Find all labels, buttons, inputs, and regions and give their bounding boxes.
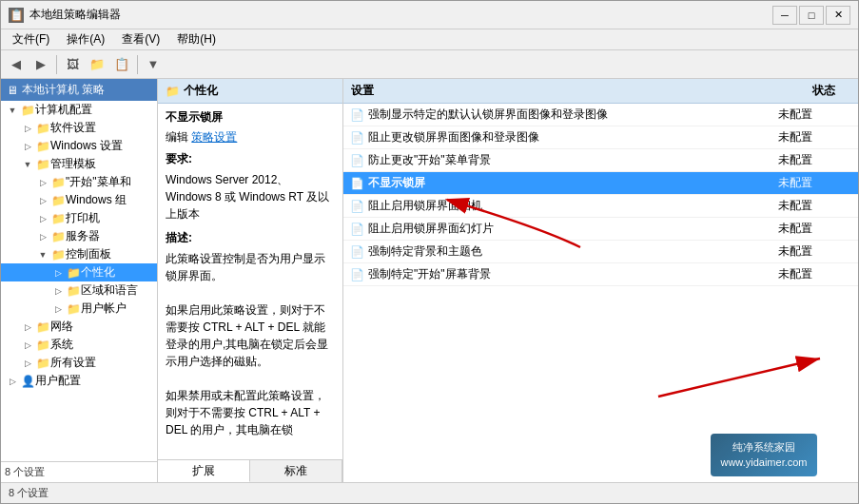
expand-icon-userprofile: ▷ xyxy=(5,377,20,386)
title-buttons: ─ □ ✕ xyxy=(772,6,850,25)
back-button[interactable]: ◀ xyxy=(5,53,28,76)
main-area: 🖥 本地计算机 策略 ▼ 📁 计算机配置 ▷ 📁 软件设置 ▷ 📁 xyxy=(1,79,858,482)
folder-icon-userprofile: 👤 xyxy=(20,375,35,388)
folder-icon-printer: 📁 xyxy=(50,212,66,225)
right-row-4[interactable]: 📄 阻止启用锁屏界面相机 未配置 xyxy=(343,195,858,218)
policy-link[interactable]: 策略设置 xyxy=(191,130,237,144)
folder-icon-region: 📁 xyxy=(66,284,81,298)
expand-icon-wincomp: ▷ xyxy=(35,196,50,205)
expand-icon-region: ▷ xyxy=(50,286,66,296)
expand-icon-control: ▼ xyxy=(35,250,50,260)
tree-label-users: 用户帐户 xyxy=(81,300,157,317)
row-text-6: 强制特定背景和主题色 xyxy=(366,243,778,260)
sync-button[interactable]: 📋 xyxy=(110,53,133,76)
row-status-1: 未配置 xyxy=(778,129,854,145)
row-icon-2: 📄 xyxy=(347,154,366,167)
row-status-5: 未配置 xyxy=(778,221,854,237)
minimize-button[interactable]: ─ xyxy=(772,6,797,25)
tree-item-network[interactable]: ▷ 📁 网络 xyxy=(1,318,157,336)
tree-item-printer[interactable]: ▷ 📁 打印机 xyxy=(1,209,157,227)
tree-item-system[interactable]: ▷ 📁 系统 xyxy=(1,336,157,354)
right-row-1[interactable]: 📄 阻止更改锁屏界面图像和登录图像 未配置 xyxy=(343,126,858,149)
right-row-0[interactable]: 📄 强制显示特定的默认认锁屏界面图像和登录图像 未配置 xyxy=(343,104,858,126)
tree-label-admin: 管理模板 xyxy=(50,156,157,172)
right-row-3[interactable]: 📄 不显示锁屏 未配置 xyxy=(343,172,858,195)
tree-label-userprofile: 用户配置 xyxy=(35,373,157,389)
row-text-3: 不显示锁屏 xyxy=(366,175,778,191)
toolbar: ◀ ▶ 🖼 📁 📋 ▼ xyxy=(1,50,858,79)
folder-icon-software: 📁 xyxy=(35,122,50,135)
right-row-2[interactable]: 📄 防止更改"开始"菜单背景 未配置 xyxy=(343,149,858,172)
describe-content: 此策略设置控制是否为用户显示锁屏界面。 如果启用此策略设置，则对于不需要按 CT… xyxy=(158,248,342,459)
expand-icon-server: ▷ xyxy=(35,232,50,242)
folder-icon-network: 📁 xyxy=(35,320,50,334)
watermark-line1: 纯净系统家园 xyxy=(720,439,807,456)
tree-item-userprofile[interactable]: ▷ 👤 用户配置 xyxy=(1,372,157,390)
expand-icon-users: ▷ xyxy=(50,304,66,314)
row-icon-4: 📄 xyxy=(347,200,366,213)
row-icon-5: 📄 xyxy=(347,223,366,236)
tree-item-control[interactable]: ▼ 📁 控制面板 xyxy=(1,245,157,263)
expand-icon-system: ▷ xyxy=(20,340,35,350)
expand-icon-start: ▷ xyxy=(35,178,50,187)
expand-icon-printer: ▷ xyxy=(35,214,50,223)
right-row-7[interactable]: 📄 强制特定"开始"屏幕背景 未配置 xyxy=(343,263,858,286)
sidebar-tree[interactable]: ▼ 📁 计算机配置 ▷ 📁 软件设置 ▷ 📁 Windows 设置 ▼ 📁 xyxy=(1,101,157,461)
show-hide-button[interactable]: 🖼 xyxy=(61,53,84,76)
folder-icon-system: 📁 xyxy=(35,339,50,352)
watermark-line2: www.yidaimer.com xyxy=(720,455,807,471)
tree-label-server: 服务器 xyxy=(66,228,157,244)
require-content: Windows Server 2012、Windows 8 或 Windows … xyxy=(158,169,342,226)
middle-header: 📁 个性化 xyxy=(158,79,342,104)
tree-item-wincomp[interactable]: ▷ 📁 Windows 组 xyxy=(1,191,157,209)
expand-icon-software: ▷ xyxy=(20,124,35,133)
tree-label-system: 系统 xyxy=(50,337,157,353)
tree-item-server[interactable]: ▷ 📁 服务器 xyxy=(1,227,157,245)
filter-button[interactable]: ▼ xyxy=(142,53,165,76)
tree-item-personal[interactable]: ▷ 📁 个性化 xyxy=(1,263,157,281)
menu-help[interactable]: 帮助(H) xyxy=(169,29,224,49)
right-row-6[interactable]: 📄 强制特定背景和主题色 未配置 xyxy=(343,241,858,263)
expand-icon-network: ▷ xyxy=(20,322,35,332)
status-text: 8 个设置 xyxy=(9,486,49,500)
right-header-status: 状态 xyxy=(774,83,850,99)
row-status-7: 未配置 xyxy=(778,266,854,282)
no-lock-title: 不显示锁屏 xyxy=(158,104,342,127)
right-header: 设置 状态 xyxy=(343,79,858,104)
folder-icon-wincomp: 📁 xyxy=(50,194,66,207)
row-text-0: 强制显示特定的默认认锁屏界面图像和登录图像 xyxy=(366,107,778,123)
row-icon-3: 📄 xyxy=(347,177,366,190)
tree-item-software[interactable]: ▷ 📁 软件设置 xyxy=(1,119,157,137)
right-row-5[interactable]: 📄 阻止启用锁屏界面幻灯片 未配置 xyxy=(343,218,858,241)
maximize-button[interactable]: □ xyxy=(799,6,824,25)
right-header-setting: 设置 xyxy=(351,83,767,99)
tree-item-region[interactable]: ▷ 📁 区域和语言 xyxy=(1,281,157,300)
row-text-7: 强制特定"开始"屏幕背景 xyxy=(366,266,778,282)
menu-view[interactable]: 查看(V) xyxy=(114,29,167,49)
forward-button[interactable]: ▶ xyxy=(29,53,52,76)
menu-action[interactable]: 操作(A) xyxy=(59,29,112,49)
close-button[interactable]: ✕ xyxy=(826,6,850,25)
up-button[interactable]: 📁 xyxy=(86,53,108,76)
tree-item-start[interactable]: ▷ 📁 "开始"菜单和 xyxy=(1,173,157,191)
middle-panel: 📁 个性化 不显示锁屏 编辑 策略设置 要求: Windows Server 2… xyxy=(158,79,343,482)
row-text-4: 阻止启用锁屏界面相机 xyxy=(366,198,778,214)
tree-label-computer: 计算机配置 xyxy=(35,102,157,118)
middle-scroll-area: 不显示锁屏 编辑 策略设置 要求: Windows Server 2012、Wi… xyxy=(158,104,342,459)
folder-icon-users: 📁 xyxy=(66,302,81,316)
tree-item-windows[interactable]: ▷ 📁 Windows 设置 xyxy=(1,137,157,155)
tab-standard[interactable]: 标准 xyxy=(250,460,342,482)
tree-item-admin[interactable]: ▼ 📁 管理模板 xyxy=(1,155,157,173)
toolbar-separator-2 xyxy=(137,55,138,74)
edit-policy-line: 编辑 策略设置 xyxy=(158,127,342,147)
folder-icon-server: 📁 xyxy=(50,230,66,243)
status-bar: 8 个设置 xyxy=(1,482,858,503)
tree-item-computer[interactable]: ▼ 📁 计算机配置 xyxy=(1,101,157,119)
tree-item-allset[interactable]: ▷ 📁 所有设置 xyxy=(1,354,157,372)
row-text-2: 防止更改"开始"菜单背景 xyxy=(366,152,778,168)
tab-expand[interactable]: 扩展 xyxy=(158,460,250,482)
menu-file[interactable]: 文件(F) xyxy=(5,29,57,49)
settings-count: 8 个设置 xyxy=(5,465,45,479)
tree-item-users[interactable]: ▷ 📁 用户帐户 xyxy=(1,300,157,318)
toolbar-separator-1 xyxy=(56,55,57,74)
